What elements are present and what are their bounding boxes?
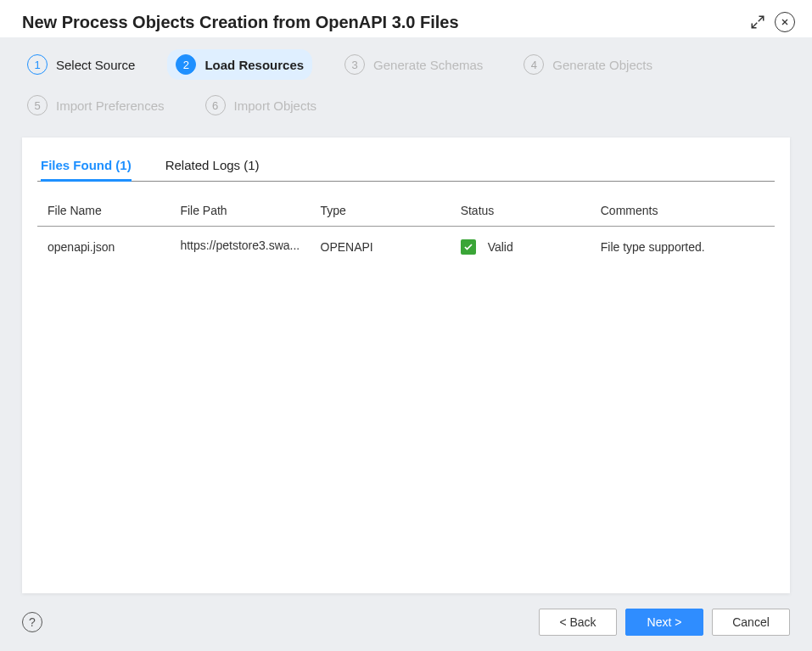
step-number: 4 (524, 54, 544, 75)
tab-files-found[interactable]: Files Found (1) (41, 153, 132, 181)
title-actions (748, 12, 795, 32)
step-import-preferences[interactable]: 5 Import Preferences (19, 90, 173, 121)
tab-related-logs[interactable]: Related Logs (1) (165, 153, 260, 181)
step-number: 2 (176, 54, 196, 75)
step-label: Generate Objects (552, 58, 652, 72)
files-table: File Name File Path Type Status Comments… (37, 197, 775, 267)
dialog-wizard: New Process Objects Creation from OpenAP… (0, 0, 812, 651)
wizard-steps: 1 Select Source 2 Load Resources 3 Gener… (0, 37, 812, 137)
step-label: Load Resources (204, 58, 304, 72)
step-number: 1 (27, 54, 48, 75)
step-select-source[interactable]: 1 Select Source (19, 49, 143, 80)
table-row[interactable]: openapi.json https://petstore3.swa... OP… (37, 227, 775, 267)
step-load-resources[interactable]: 2 Load Resources (167, 49, 312, 80)
titlebar: New Process Objects Creation from OpenAP… (0, 0, 812, 37)
step-label: Import Preferences (56, 98, 165, 113)
file-path-text: https://petstore3.swa... (180, 239, 300, 252)
cell-type: OPENAPI (311, 227, 451, 267)
cell-comments: File type supported. (591, 227, 775, 267)
cell-file-path: https://petstore3.swa... (170, 227, 310, 267)
step-import-objects[interactable]: 6 Import Objects (197, 90, 326, 121)
tabs: Files Found (1) Related Logs (1) (37, 153, 775, 182)
content-panel: Files Found (1) Related Logs (1) File Na… (22, 137, 790, 593)
expand-icon[interactable] (748, 12, 768, 32)
column-status: Status (451, 197, 591, 227)
help-icon[interactable]: ? (22, 612, 42, 632)
cell-file-name: openapi.json (37, 227, 170, 267)
footer-buttons: < Back Next > Cancel (539, 609, 790, 636)
step-generate-schemas[interactable]: 3 Generate Schemas (336, 49, 491, 80)
column-type: Type (311, 197, 451, 227)
step-number: 3 (344, 54, 365, 75)
cancel-button[interactable]: Cancel (712, 609, 790, 636)
checkmark-icon (461, 239, 476, 255)
cell-status: Valid (451, 227, 591, 267)
back-button[interactable]: < Back (539, 609, 617, 636)
step-number: 6 (205, 95, 226, 115)
close-icon[interactable] (775, 12, 795, 32)
column-file-path: File Path (170, 197, 310, 227)
column-file-name: File Name (37, 197, 170, 227)
next-button[interactable]: Next > (625, 609, 703, 636)
step-label: Import Objects (234, 98, 317, 113)
dialog-title: New Process Objects Creation from OpenAP… (22, 13, 459, 32)
step-number: 5 (27, 95, 48, 115)
step-generate-objects[interactable]: 4 Generate Objects (515, 49, 661, 80)
footer: ? < Back Next > Cancel (0, 593, 812, 651)
step-label: Select Source (56, 58, 135, 72)
status-text: Valid (488, 240, 513, 254)
step-label: Generate Schemas (373, 58, 483, 72)
column-comments: Comments (591, 197, 775, 227)
